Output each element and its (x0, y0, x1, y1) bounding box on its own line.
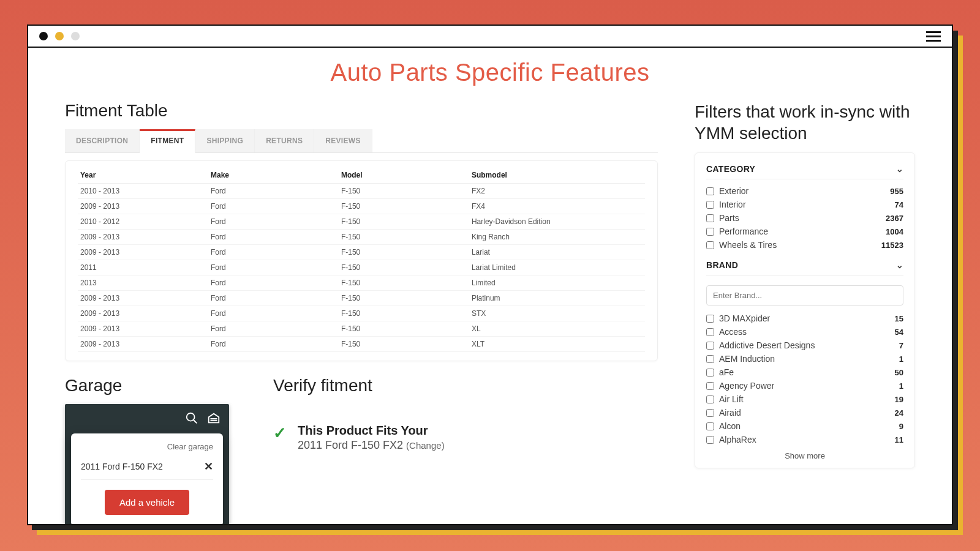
brand-checkbox[interactable] (706, 369, 714, 377)
brand-count: 1 (899, 354, 903, 364)
show-more-link[interactable]: Show more (706, 446, 903, 460)
clear-garage-link[interactable]: Clear garage (81, 442, 213, 451)
table-row: 2009 - 2013FordF-150FX4 (78, 199, 645, 214)
category-checkbox[interactable] (706, 241, 714, 249)
category-name: Interior (719, 200, 746, 209)
garage-vehicle-name: 2011 Ford F-150 FX2 (81, 462, 163, 471)
brand-option[interactable]: Air Lift19 (706, 392, 903, 406)
category-checkbox[interactable] (706, 187, 714, 195)
category-count: 74 (895, 200, 903, 209)
brand-checkbox[interactable] (706, 422, 714, 430)
garage-icon[interactable] (207, 411, 221, 427)
check-icon: ✓ (273, 424, 287, 443)
chevron-down-icon: ⌄ (896, 164, 903, 174)
window-controls (39, 32, 80, 40)
category-option[interactable]: Interior74 (706, 198, 903, 211)
category-option[interactable]: Exterior955 (706, 184, 903, 198)
table-row: 2009 - 2013FordF-150STX (78, 306, 645, 321)
category-count: 2367 (886, 214, 903, 223)
brand-option[interactable]: Agency Power1 (706, 379, 903, 392)
brand-checkbox[interactable] (706, 382, 714, 390)
brand-name: 3D MAXpider (719, 313, 770, 323)
garage-heading: Garage (65, 376, 236, 395)
brand-count: 50 (895, 368, 903, 377)
category-option[interactable]: Parts2367 (706, 211, 903, 225)
table-row: 2009 - 2013FordF-150Lariat (78, 245, 645, 260)
fits-line1: This Product Fits Your (298, 424, 445, 438)
brand-count: 54 (895, 328, 903, 337)
category-option[interactable]: Wheels & Tires11523 (706, 238, 903, 252)
category-name: Wheels & Tires (719, 240, 777, 250)
table-row: 2013FordF-150Limited (78, 276, 645, 291)
brand-checkbox[interactable] (706, 409, 714, 417)
category-checkbox[interactable] (706, 201, 714, 209)
brand-name: Agency Power (719, 381, 774, 391)
brand-count: 24 (895, 408, 903, 418)
window-dot-close[interactable] (39, 32, 48, 40)
brand-checkbox[interactable] (706, 395, 714, 403)
category-option[interactable]: Performance1004 (706, 225, 903, 238)
window-dot-max[interactable] (71, 32, 80, 40)
svg-line-1 (194, 420, 197, 424)
col-submodel: Submodel (469, 167, 645, 184)
fitment-table: YearMakeModelSubmodel 2010 - 2013FordF-1… (78, 167, 645, 352)
svg-point-0 (187, 413, 195, 421)
chevron-down-icon: ⌄ (896, 260, 903, 270)
category-count: 955 (890, 187, 903, 196)
tab-description[interactable]: DESCRIPTION (65, 129, 140, 152)
fitment-heading: Fitment Table (65, 101, 658, 121)
brand-checkbox[interactable] (706, 436, 714, 444)
window-dot-min[interactable] (55, 32, 64, 40)
category-count: 11523 (881, 241, 903, 250)
table-row: 2009 - 2013FordF-150King Ranch (78, 230, 645, 245)
category-checkbox[interactable] (706, 214, 714, 222)
category-name: Parts (719, 213, 739, 223)
brand-option[interactable]: aFe50 (706, 365, 903, 379)
table-row: 2010 - 2013FordF-150FX2 (78, 184, 645, 199)
brand-name: aFe (719, 367, 734, 377)
brand-option[interactable]: 3D MAXpider15 (706, 312, 903, 325)
verify-fitment-box: ✓ This Product Fits Your 2011 Ford F-150… (273, 424, 658, 452)
col-year: Year (78, 167, 208, 184)
add-vehicle-button[interactable]: Add a vehicle (105, 490, 189, 515)
filters-heading: Filters that work in-sync with YMM selec… (695, 101, 915, 144)
page-title: Auto Parts Specific Features (65, 59, 915, 86)
tab-shipping[interactable]: SHIPPING (195, 129, 255, 152)
category-checkbox[interactable] (706, 228, 714, 236)
brand-option[interactable]: Alcon9 (706, 419, 903, 433)
brand-option[interactable]: AlphaRex11 (706, 433, 903, 446)
brand-count: 7 (899, 341, 903, 350)
remove-vehicle-icon[interactable]: ✕ (204, 461, 213, 472)
brand-checkbox[interactable] (706, 355, 714, 363)
brand-option[interactable]: Airaid24 (706, 406, 903, 419)
search-icon[interactable] (185, 411, 198, 427)
tab-reviews[interactable]: REVIEWS (314, 129, 372, 152)
verify-heading: Verify fitment (273, 376, 658, 395)
category-header[interactable]: CATEGORY ⌄ (706, 164, 903, 179)
brand-count: 19 (895, 395, 903, 404)
table-row: 2009 - 2013FordF-150XL (78, 321, 645, 337)
garage-widget: Clear garage 2011 Ford F-150 FX2 ✕ Add a… (65, 404, 229, 524)
table-row: 2011FordF-150Lariat Limited (78, 260, 645, 276)
titlebar (28, 26, 952, 48)
brand-checkbox[interactable] (706, 328, 714, 336)
tab-fitment[interactable]: FITMENT (140, 129, 195, 153)
brand-search-input[interactable] (706, 285, 903, 305)
brand-checkbox[interactable] (706, 342, 714, 350)
brand-count: 9 (899, 422, 903, 431)
change-vehicle-link[interactable]: (Change) (406, 440, 445, 451)
brand-option[interactable]: AEM Induction1 (706, 352, 903, 365)
brand-name: Airaid (719, 408, 741, 418)
brand-count: 1 (899, 381, 903, 391)
brand-label: BRAND (706, 260, 738, 270)
brand-option[interactable]: Access54 (706, 325, 903, 339)
product-tabs: DESCRIPTIONFITMENTSHIPPINGRETURNSREVIEWS (65, 129, 658, 153)
brand-count: 11 (895, 435, 903, 444)
hamburger-menu-icon[interactable] (926, 31, 941, 42)
tab-returns[interactable]: RETURNS (255, 129, 314, 152)
brand-checkbox[interactable] (706, 315, 714, 323)
brand-header[interactable]: BRAND ⌄ (706, 260, 903, 276)
brand-name: Access (719, 327, 747, 337)
brand-name: AlphaRex (719, 435, 756, 444)
brand-option[interactable]: Addictive Desert Designs7 (706, 339, 903, 352)
